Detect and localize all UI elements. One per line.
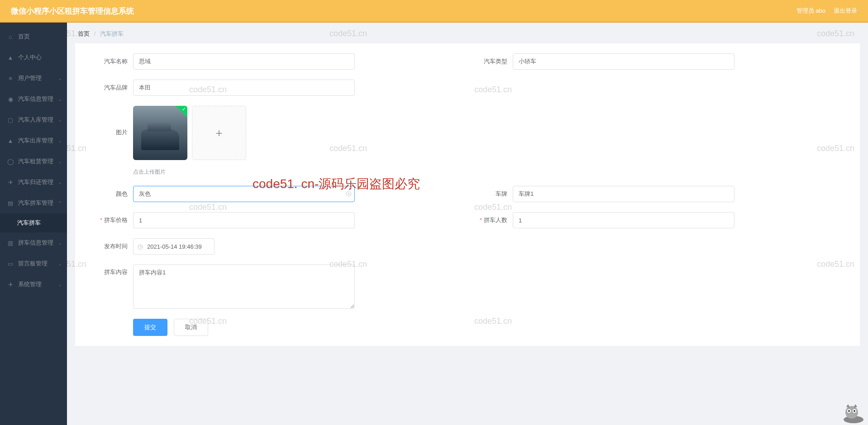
form-panel: 汽车名称 汽车类型 汽车品牌 图片 ✓ + 点击上传图片	[75, 43, 860, 346]
sidebar-item-car-return[interactable]: ✈汽车归还管理⌄	[0, 172, 67, 193]
pubtime-label: 发布时间	[88, 242, 128, 250]
chevron-down-icon: ⌄	[58, 138, 62, 143]
list-icon: ≡	[7, 75, 14, 81]
sidebar-item-car-info[interactable]: ◉汽车信息管理⌄	[0, 89, 67, 109]
sidebar-item-car-rent[interactable]: ◯汽车租赁管理⌄	[0, 151, 67, 172]
sidebar-item-home[interactable]: ⌂首页	[0, 26, 67, 47]
content-textarea[interactable]	[133, 264, 355, 309]
chevron-down-icon: ⌄	[58, 97, 62, 102]
logout-link[interactable]: 退出登录	[834, 7, 857, 15]
people-input[interactable]	[513, 212, 734, 228]
chevron-down-icon: ⌄	[58, 241, 62, 246]
user-icon: ▲	[7, 54, 14, 61]
car-brand-label: 汽车品牌	[88, 84, 128, 92]
breadcrumb-current: 汽车拼车	[100, 30, 124, 37]
breadcrumb-sep: /	[94, 30, 96, 37]
header: 微信小程序小区租拼车管理信息系统 管理员 abo 退出登录	[0, 0, 868, 23]
car-type-input[interactable]	[513, 53, 734, 70]
sidebar-sub-carpool[interactable]: 汽车拼车	[0, 213, 67, 232]
send-icon: ✈	[7, 281, 14, 288]
car-brand-input[interactable]	[133, 80, 355, 96]
mascot-icon	[838, 403, 865, 423]
pubtime-input[interactable]	[133, 238, 215, 255]
svg-point-1	[845, 406, 858, 419]
check-icon: ✓	[182, 106, 186, 112]
plate-label: 车牌	[467, 190, 507, 198]
sidebar-item-carpool[interactable]: ▤汽车拼车管理⌃	[0, 193, 67, 213]
sidebar-item-system[interactable]: ✈系统管理⌄	[0, 274, 67, 295]
dash-icon: ◉	[7, 96, 14, 102]
upload-thumbnail[interactable]: ✓	[133, 106, 187, 160]
chevron-down-icon: ⌄	[58, 76, 62, 81]
sidebar-item-car-in[interactable]: ▢汽车入库管理⌄	[0, 109, 67, 130]
chevron-down-icon: ⌄	[58, 282, 62, 287]
car-type-label: 汽车类型	[467, 57, 507, 66]
breadcrumb-home[interactable]: 首页	[78, 30, 90, 37]
car-name-input[interactable]	[133, 53, 355, 70]
picture-label: 图片	[88, 128, 128, 137]
svg-point-4	[848, 410, 850, 412]
plate-input[interactable]	[513, 186, 734, 202]
breadcrumb: 首页 / 汽车拼车	[67, 23, 868, 43]
chevron-up-icon: ⌃	[58, 201, 62, 206]
people-icon: ▲	[7, 137, 14, 144]
sidebar: ⌂首页 ▲个人中心 ≡用户管理⌄ ◉汽车信息管理⌄ ▢汽车入库管理⌄ ▲汽车出库…	[0, 23, 67, 425]
submit-button[interactable]: 提交	[133, 319, 167, 336]
plane-icon: ✈	[7, 179, 14, 185]
sidebar-item-carpool-info[interactable]: ▥拼车信息管理⌄	[0, 232, 67, 253]
main-content: 首页 / 汽车拼车 汽车名称 汽车类型 汽车品牌 图片 ✓ +	[67, 23, 868, 425]
chevron-down-icon: ⌄	[58, 159, 62, 164]
chevron-down-icon: ⌄	[58, 180, 62, 185]
clear-icon[interactable]: ⓧ	[346, 190, 352, 198]
sidebar-item-message[interactable]: ▭留言板管理⌄	[0, 253, 67, 274]
color-label: 颜色	[88, 190, 128, 198]
content-label: 拼车内容	[88, 268, 128, 276]
upload-tip: 点击上传图片	[133, 168, 246, 176]
plus-icon: +	[215, 126, 222, 140]
svg-point-5	[854, 410, 855, 412]
clock-icon: ◷	[138, 243, 143, 250]
price-label: 拼车价格	[88, 216, 128, 224]
monitor-icon: ▭	[7, 260, 14, 267]
car-name-label: 汽车名称	[88, 57, 128, 66]
price-input[interactable]	[133, 212, 355, 228]
chevron-down-icon: ⌄	[58, 118, 62, 123]
cancel-button[interactable]: 取消	[174, 319, 208, 336]
globe-icon: ◯	[7, 158, 14, 165]
color-input[interactable]	[133, 186, 355, 202]
sidebar-item-profile[interactable]: ▲个人中心	[0, 47, 67, 68]
app-title: 微信小程序小区租拼车管理信息系统	[11, 6, 134, 16]
chart-icon: ▥	[7, 240, 14, 246]
home-icon: ⌂	[7, 33, 14, 40]
news-icon: ▤	[7, 200, 14, 206]
people-label: 拼车人数	[467, 216, 507, 224]
sidebar-item-user-manage[interactable]: ≡用户管理⌄	[0, 68, 67, 89]
admin-link[interactable]: 管理员 abo	[796, 7, 825, 15]
doc-icon: ▢	[7, 117, 14, 123]
header-right: 管理员 abo 退出登录	[796, 7, 857, 15]
sidebar-item-car-out[interactable]: ▲汽车出库管理⌄	[0, 130, 67, 151]
upload-add-button[interactable]: +	[192, 106, 246, 160]
chevron-down-icon: ⌄	[58, 261, 62, 266]
